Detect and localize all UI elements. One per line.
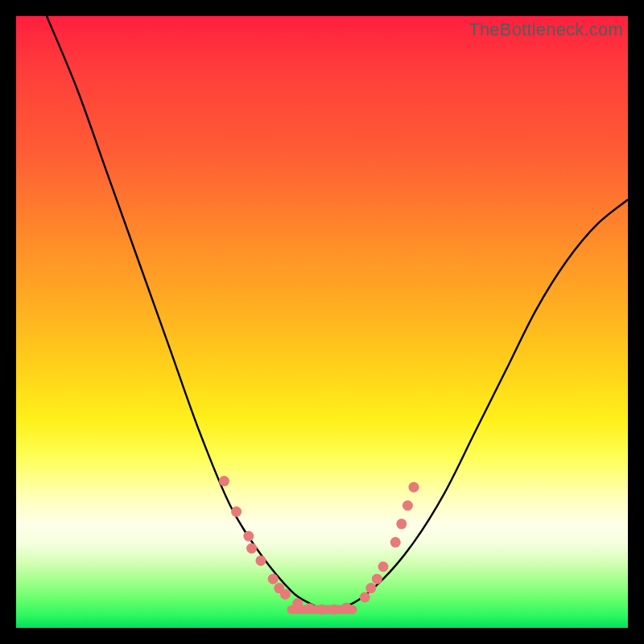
chart-background-gradient <box>16 16 628 628</box>
chart-frame: TheBottleneck.com <box>16 16 628 628</box>
watermark-text: TheBottleneck.com <box>469 19 623 40</box>
